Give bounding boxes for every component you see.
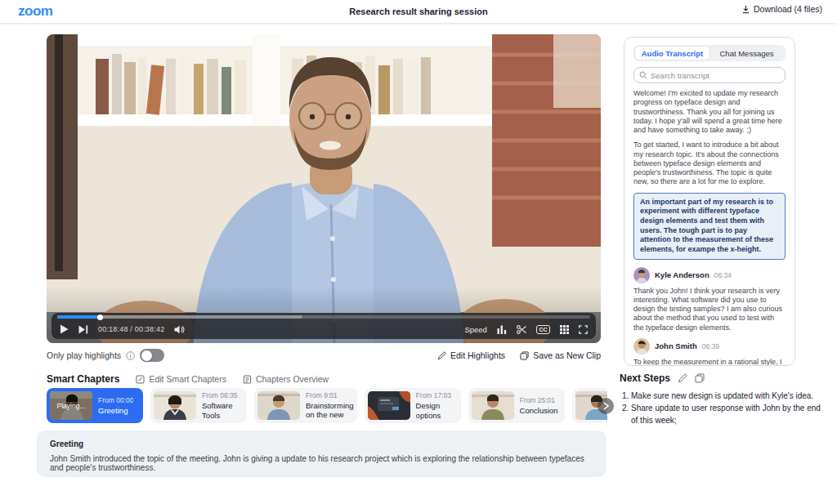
pencil-icon xyxy=(437,351,446,360)
panel-tabs: Audio Transcript Chat Messages xyxy=(633,45,786,61)
chapter-card-conclusion[interactable]: From 25:01 Conclusion xyxy=(468,388,565,423)
chapter-card-greeting[interactable]: Playing... From 00:00 Greeting xyxy=(47,388,143,423)
next-steps-edit-button[interactable] xyxy=(678,373,687,383)
next-step-item: Make sure new design is updated with Kyl… xyxy=(631,390,824,402)
copy-icon xyxy=(695,373,705,383)
page-title: Research result sharing session xyxy=(0,7,837,16)
tab-chat-messages[interactable]: Chat Messages xyxy=(709,47,784,60)
trim-clip-button[interactable] xyxy=(517,325,526,334)
avatar-john-smith xyxy=(633,338,650,355)
cc-icon: CC xyxy=(536,325,550,334)
chapter-detail-panel: Greeting John Smith introduced the topic… xyxy=(37,430,606,477)
chapters-overview-button[interactable]: Chapters Overview xyxy=(243,374,329,384)
chapter-name: Design options xyxy=(416,401,458,420)
fullscreen-icon xyxy=(579,325,588,334)
toggle-knob xyxy=(141,350,152,361)
transcript-paragraph[interactable]: Welcome! I'm excited to update my resear… xyxy=(633,89,786,135)
video-player[interactable]: 00:18:48 / 00:38:42 Speed xyxy=(47,34,601,343)
play-icon xyxy=(60,324,69,334)
search-transcript-input[interactable] xyxy=(651,71,780,80)
message-text[interactable]: Thank you John! I think your research is… xyxy=(633,287,786,332)
save-as-new-clip-label: Save as New Clip xyxy=(533,350,601,360)
next-steps-copy-button[interactable] xyxy=(695,373,705,383)
edit-smart-chapters-button[interactable]: Edit Smart Chapters xyxy=(136,374,226,384)
fullscreen-button[interactable] xyxy=(579,325,588,334)
chapter-name: Conclusion xyxy=(520,406,558,415)
next-steps-title: Next Steps xyxy=(620,372,670,384)
scissors-icon xyxy=(517,325,526,334)
chapters-next-button[interactable] xyxy=(598,398,614,414)
chapter-card-software-tools[interactable]: From 06:35 Software Tools xyxy=(150,388,247,423)
seek-bar[interactable] xyxy=(57,315,590,319)
highlights-chart-button[interactable] xyxy=(497,325,507,334)
message-time: 06:34 xyxy=(714,271,732,279)
avatar-kyle-anderson xyxy=(633,267,650,283)
captions-button[interactable]: CC xyxy=(536,325,550,334)
progress-fill xyxy=(57,315,100,319)
chapter-from: From 9:01 xyxy=(306,391,354,399)
message-time: 06:39 xyxy=(702,342,719,350)
chapter-name: Greeting xyxy=(98,406,133,415)
transcript-panel: Audio Transcript Chat Messages Welcome! … xyxy=(624,37,795,366)
transcript-paragraph[interactable]: To get started, I want to introduce a bi… xyxy=(633,140,786,186)
overview-list-icon xyxy=(243,375,252,384)
transcript-search[interactable] xyxy=(633,67,786,83)
download-icon xyxy=(741,5,750,14)
message-author: Kyle Anderson xyxy=(655,270,709,279)
chapter-detail-description: John Smith introduced the topic of the m… xyxy=(50,454,593,472)
chapter-detail-title: Greeting xyxy=(50,439,593,448)
download-label: Download (4 files) xyxy=(754,4,822,14)
time-display: 00:18:48 / 00:38:42 xyxy=(98,325,164,333)
next-chapter-button[interactable] xyxy=(78,325,88,334)
message-text[interactable]: To keep the measurement in a rational st… xyxy=(633,358,786,366)
speed-button[interactable]: Speed xyxy=(464,325,486,334)
search-icon xyxy=(639,71,647,79)
chevron-right-icon xyxy=(603,402,609,410)
edit-highlights-label: Edit Highlights xyxy=(450,350,505,360)
edit-highlights-button[interactable]: Edit Highlights xyxy=(437,350,505,360)
chapter-name: Brainstorming on the new ide... xyxy=(306,401,354,420)
transcript-message: Kyle Anderson 06:34 Thank you John! I th… xyxy=(633,267,786,332)
save-as-new-clip-button[interactable]: Save as New Clip xyxy=(520,350,601,360)
info-icon xyxy=(126,351,135,360)
playing-label: Playing... xyxy=(50,391,92,420)
page: zoom Research result sharing session Dow… xyxy=(0,0,837,504)
chapter-card-design-options[interactable]: From 17:03 Design options xyxy=(365,388,461,423)
transcript-message: John Smith 06:39 To keep the measurement… xyxy=(633,338,786,366)
chapter-from: From 25:01 xyxy=(520,396,558,404)
chapter-card-brainstorming[interactable]: From 9:01 Brainstorming on the new ide..… xyxy=(254,388,357,423)
skip-next-icon xyxy=(78,325,88,334)
volume-button[interactable] xyxy=(174,325,185,334)
only-play-highlights-toggle[interactable] xyxy=(140,349,164,362)
highlighted-transcript-block[interactable]: An important part of my research is to e… xyxy=(633,193,786,260)
message-author: John Smith xyxy=(655,341,697,350)
chapter-thumbnail: Playing... xyxy=(50,391,92,420)
pencil-icon xyxy=(678,373,687,383)
tab-audio-transcript[interactable]: Audio Transcript xyxy=(635,47,709,60)
chapter-from: From 17:03 xyxy=(416,391,458,399)
chapter-thumbnail xyxy=(472,391,514,420)
bar-chart-icon xyxy=(497,325,507,334)
edit-square-icon xyxy=(136,375,145,384)
download-button[interactable]: Download (4 files) xyxy=(741,4,822,14)
chapter-from: From 06:35 xyxy=(202,391,244,399)
only-play-highlights-label: Only play highlights xyxy=(47,350,121,360)
play-button[interactable] xyxy=(60,324,69,334)
chapter-thumbnail xyxy=(154,391,196,420)
grid-view-button[interactable] xyxy=(560,325,569,334)
volume-icon xyxy=(174,325,185,334)
next-step-item: Share update to user response with John … xyxy=(631,402,824,426)
chapter-name: Software Tools xyxy=(202,401,244,420)
next-steps-list: Make sure new design is updated with Kyl… xyxy=(631,390,824,426)
video-controls: 00:18:48 / 00:38:42 Speed xyxy=(51,313,596,339)
chapters-overview-label: Chapters Overview xyxy=(256,374,329,384)
chapter-card-list: Playing... From 00:00 Greeting From 06:3… xyxy=(47,388,607,424)
copy-icon xyxy=(520,351,529,360)
chapter-from: From 00:00 xyxy=(98,396,133,404)
next-steps-section: Next Steps Make sure new design is updat… xyxy=(620,372,824,426)
edit-smart-chapters-label: Edit Smart Chapters xyxy=(149,374,226,384)
smart-chapters-title: Smart Chapters xyxy=(47,373,119,385)
chapter-thumbnail xyxy=(368,391,410,420)
chapter-thumbnail xyxy=(257,391,300,420)
top-bar: zoom Research result sharing session Dow… xyxy=(0,0,837,23)
